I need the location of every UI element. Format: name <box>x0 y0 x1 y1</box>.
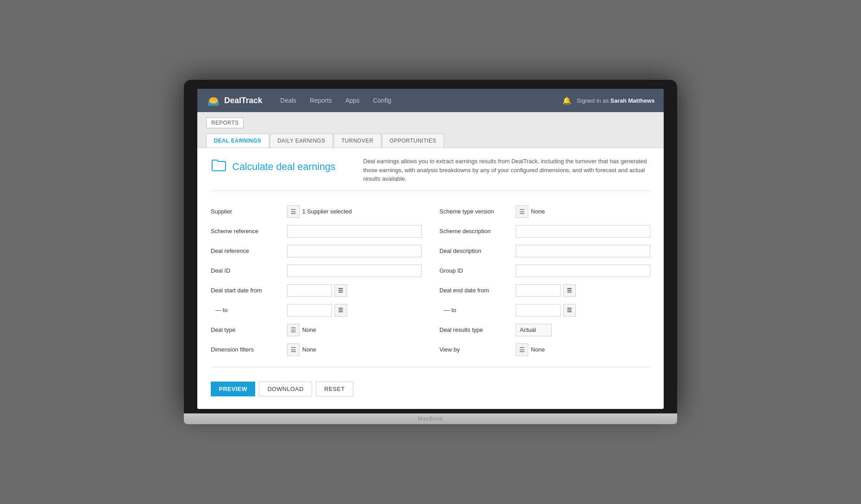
svg-point-3 <box>213 98 215 100</box>
form-grid: Supplier ☰ 1 Supplier selected <box>211 202 650 360</box>
deal-id-input[interactable] <box>287 265 422 277</box>
dimension-filters-control: ☰ None <box>287 343 422 356</box>
deal-start-date-from-label: Deal start date from <box>211 287 283 294</box>
deal-start-date-to-cal-button[interactable]: ☰ <box>335 304 347 317</box>
deal-start-date-to-row: — to ☰ <box>211 300 422 320</box>
section-description: Deal earnings allows you to extract earn… <box>363 157 650 183</box>
deal-start-date-to-label: — to <box>211 307 283 313</box>
deal-results-type-row: Deal results type Actual <box>439 320 650 340</box>
deal-type-value: None <box>302 326 316 333</box>
supplier-row: Supplier ☰ 1 Supplier selected <box>211 202 422 222</box>
deal-id-row: Deal ID <box>211 261 422 281</box>
deal-start-date-to-input[interactable] <box>287 304 332 317</box>
nav-reports[interactable]: Reports <box>310 97 332 104</box>
deal-id-control <box>287 265 422 277</box>
action-bar: PREVIEW DOWNLOAD RESET <box>211 374 650 400</box>
section-header: Calculate deal earnings Deal earnings al… <box>211 157 650 191</box>
nav-right: 🔔 Signed in as Sarah Matthews <box>562 96 655 105</box>
calendar-icon-4: ☰ <box>567 307 572 313</box>
download-button[interactable]: DOWNLOAD <box>259 382 312 396</box>
deal-end-date-from-row: Deal end date from ☰ <box>439 281 650 300</box>
preview-button[interactable]: PREVIEW <box>211 382 255 396</box>
deal-id-label: Deal ID <box>211 267 283 274</box>
deal-start-date-from-control: ☰ <box>287 284 422 297</box>
deal-start-date-from-cal-button[interactable]: ☰ <box>335 284 347 297</box>
top-navigation: DealTrack Deals Reports Apps Config 🔔 Si… <box>197 89 664 112</box>
deal-results-type-label: Deal results type <box>439 326 511 333</box>
deal-end-date-from-input[interactable] <box>516 284 561 297</box>
supplier-list-button[interactable]: ☰ <box>287 205 300 218</box>
tab-daily-earnings[interactable]: DAILY EARNINGS <box>270 134 333 148</box>
view-by-control: ☰ None <box>516 343 650 356</box>
laptop-label: MacBook <box>417 416 443 422</box>
deal-reference-input[interactable] <box>287 245 422 257</box>
list-icon-2: ☰ <box>291 327 296 333</box>
logo-text: DealTrack <box>224 96 262 105</box>
scheme-reference-label: Scheme reference <box>211 228 283 235</box>
deal-type-label: Deal type <box>211 326 283 333</box>
signed-in-name: Sarah Matthews <box>610 97 655 104</box>
calendar-icon-2: ☰ <box>338 307 344 313</box>
deal-description-input[interactable] <box>516 245 650 257</box>
view-by-label: View by <box>439 346 511 353</box>
logo[interactable]: DealTrack <box>206 93 262 108</box>
calendar-icon-3: ☰ <box>567 287 572 294</box>
deal-type-row: Deal type ☰ None <box>211 320 422 340</box>
deal-end-date-to-cal-button[interactable]: ☰ <box>563 304 576 317</box>
calendar-icon: ☰ <box>338 287 344 294</box>
content-area: REPORTS DEAL EARNINGS DAILY EARNINGS TUR… <box>197 112 664 409</box>
list-icon-5: ☰ <box>519 347 525 353</box>
scheme-description-control <box>516 225 650 238</box>
scheme-type-version-list-button[interactable]: ☰ <box>516 205 528 218</box>
view-by-list-button[interactable]: ☰ <box>516 343 528 356</box>
scheme-description-row: Scheme description <box>439 222 650 241</box>
laptop-base: MacBook <box>184 413 677 424</box>
reset-button[interactable]: RESET <box>316 382 353 396</box>
group-id-input[interactable] <box>516 265 650 277</box>
notification-bell-icon[interactable]: 🔔 <box>562 96 571 105</box>
group-id-control <box>516 265 650 277</box>
breadcrumb: REPORTS <box>197 112 664 134</box>
section-title-area: Calculate deal earnings <box>211 157 345 176</box>
tab-turnover[interactable]: TURNOVER <box>334 134 381 148</box>
dimension-filters-label: Dimension filters <box>211 346 283 353</box>
nav-links: Deals Reports Apps Config <box>280 97 562 104</box>
deal-type-list-button[interactable]: ☰ <box>287 324 300 336</box>
scheme-type-version-row: Scheme type version ☰ None <box>439 202 650 222</box>
deal-results-type-display[interactable]: Actual <box>516 324 552 336</box>
tabs-bar: DEAL EARNINGS DAILY EARNINGS TURNOVER OP… <box>197 134 664 148</box>
section-title: Calculate deal earnings <box>232 161 335 173</box>
deal-reference-control <box>287 245 422 257</box>
deal-end-date-from-control: ☰ <box>516 284 650 297</box>
dimension-filters-list-button[interactable]: ☰ <box>287 343 300 356</box>
tab-deal-earnings[interactable]: DEAL EARNINGS <box>206 134 269 148</box>
view-by-value: None <box>531 346 545 353</box>
tab-opportunities[interactable]: OPPORTUNITIES <box>382 134 444 148</box>
folder-icon <box>211 157 227 176</box>
scheme-description-input[interactable] <box>516 225 650 238</box>
scheme-description-label: Scheme description <box>439 228 511 235</box>
supplier-control: ☰ 1 Supplier selected <box>287 205 422 218</box>
deal-start-date-from-input[interactable] <box>287 284 332 297</box>
scheme-type-version-control: ☰ None <box>516 205 650 218</box>
scheme-type-version-value: None <box>531 208 545 215</box>
nav-apps[interactable]: Apps <box>345 97 360 104</box>
signed-in-label: Signed in as Sarah Matthews <box>577 97 655 104</box>
scheme-reference-control <box>287 225 422 238</box>
deal-description-control <box>516 245 650 257</box>
svg-point-4 <box>215 99 217 100</box>
deal-end-date-to-input[interactable] <box>516 304 561 317</box>
group-id-label: Group ID <box>439 267 511 274</box>
nav-deals[interactable]: Deals <box>280 97 296 104</box>
nav-config[interactable]: Config <box>373 97 391 104</box>
scheme-reference-input[interactable] <box>287 225 422 238</box>
dimension-filters-value: None <box>302 346 316 353</box>
logo-icon <box>206 93 221 108</box>
deal-end-date-from-cal-button[interactable]: ☰ <box>563 284 576 297</box>
scheme-type-version-label: Scheme type version <box>439 208 511 215</box>
deal-description-label: Deal description <box>439 248 511 254</box>
view-by-row: View by ☰ None <box>439 340 650 360</box>
list-icon-4: ☰ <box>519 209 525 215</box>
group-id-row: Group ID <box>439 261 650 281</box>
deal-end-date-to-row: — to ☰ <box>439 300 650 320</box>
